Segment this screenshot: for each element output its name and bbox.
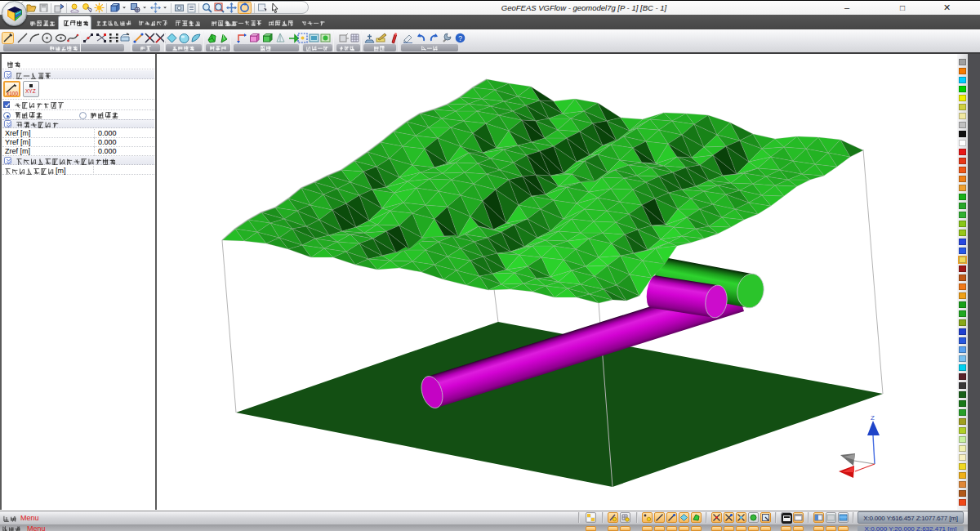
svg-text:x100: x100 bbox=[7, 91, 18, 96]
svg-text:Z: Z bbox=[871, 414, 875, 422]
svg-text:XYZ: XYZ bbox=[25, 88, 36, 94]
svg-text:?: ? bbox=[458, 34, 462, 42]
